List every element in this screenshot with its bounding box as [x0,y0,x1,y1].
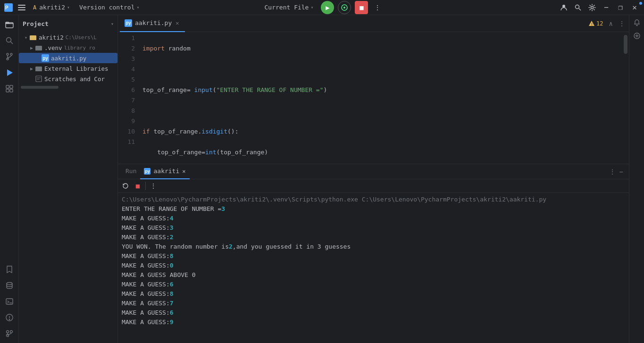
ai-btn[interactable] [631,30,643,42]
version-control-label: Version control [79,4,134,11]
editor-scrollbar[interactable] [622,32,629,164]
tree-label-root: akriti2 [39,34,64,41]
run-tab-more-btn[interactable]: ⋮ [607,167,618,176]
rerun-btn[interactable] [120,180,131,192]
close-button[interactable]: ✕ [629,2,640,13]
sidebar-scrollbar[interactable] [19,86,117,89]
folder-icon-root [29,33,37,41]
svg-point-8 [576,5,579,8]
code-line-6: top_of_range=int(top_of_range) [142,147,622,158]
terminal-line-guess3: MAKE A GUESS:2 [122,233,625,242]
terminal-line-guess2: MAKE A GUESS:3 [122,223,625,233]
icon-warning[interactable] [2,310,17,325]
icon-terminal2[interactable] [2,294,17,309]
version-control-arrow-icon: ▾ [136,5,139,10]
run-button[interactable]: ▶ [321,1,334,14]
project-name-label: akriti2 [39,4,65,11]
current-file-btn[interactable]: Current File ▾ [261,3,318,12]
project-arrow-icon: ▾ [67,5,70,10]
code-line-2 [142,64,622,75]
tree-item-root[interactable]: ▾ akriti2 C:\Users\L [19,32,117,42]
icon-plugins[interactable] [2,81,17,96]
code-content[interactable]: import random top_of_range= input("ENTER… [139,32,622,164]
tab-warning-indicator[interactable]: ! 12 [586,19,605,28]
settings-icon[interactable] [586,2,598,13]
icon-git[interactable] [2,49,17,64]
debug-button[interactable] [338,1,351,14]
tree-label-aakriti: aakriti.py [51,55,86,62]
sidebar-title-arrow: ▾ [111,21,114,26]
svg-rect-3 [18,7,25,8]
svg-line-13 [10,42,13,44]
code-line-5: if top_of_range.isdigit(): [142,126,622,137]
run-tab-minimize-btn[interactable]: − [618,167,625,176]
tab-more-btn[interactable]: ⋮ [617,19,627,28]
svg-rect-37 [35,67,42,71]
terminal-line-guess4: MAKE A GUESS:8 [122,251,625,261]
tab-expand-btn[interactable]: ∧ [607,19,615,28]
icon-bookmark[interactable] [2,262,17,277]
more-run-btn[interactable]: ⋮ [148,180,159,192]
run-tab-icon: py [144,168,151,175]
python-file-icon: py [42,54,49,62]
terminal-line-path: C:\Users\Lenovo\PycharmProjects\akriti2\… [122,195,625,204]
svg-point-14 [7,53,8,55]
tree-item-venv[interactable]: ▶ .venv library ro [19,42,117,53]
version-control-btn[interactable]: Version control ▾ [76,3,142,12]
toolbar-separator [145,182,146,190]
svg-point-16 [10,53,12,55]
app-icon[interactable]: P [4,3,13,12]
sidebar-header: Project ▾ [19,15,117,32]
user-icon[interactable] [558,2,569,13]
run-tab-bar: Run py aakriti ✕ ⋮ − [118,164,629,179]
stop-run-btn[interactable]: ■ [132,180,143,192]
svg-text:!: ! [591,23,593,26]
hamburger-icon[interactable] [17,3,26,12]
bottom-panel: Run py aakriti ✕ ⋮ − [118,164,629,343]
svg-rect-33 [30,36,36,40]
tree-item-aakriti[interactable]: py aakriti.py [19,53,117,63]
main-content: Project ▾ ▾ akriti2 C:\Users\L ▶ [0,15,644,343]
icon-folder[interactable] [2,17,17,32]
icon-search[interactable] [2,33,17,48]
run-tab-aakriti[interactable]: py aakriti ✕ [140,164,189,179]
svg-point-10 [591,6,594,8]
svg-rect-20 [10,85,13,88]
scratch-icon [35,75,42,83]
terminal-output[interactable]: C:\Users\Lenovo\PycharmProjects\akriti2\… [118,193,629,343]
icon-database[interactable] [2,278,17,293]
svg-point-23 [7,283,12,285]
minimize-button[interactable]: − [601,2,612,13]
run-tab-run[interactable]: Run [122,164,140,179]
tab-bar-actions: ! 12 ∧ ⋮ [586,19,627,28]
current-file-label: Current File [265,4,309,11]
project-name-btn[interactable]: A akriti2 ▾ [30,3,73,12]
tree-label-venv: .venv [44,44,62,51]
terminal-line-guess5: MAKE A GUESS:0 [122,261,625,270]
svg-text:P: P [5,5,8,10]
svg-rect-35 [35,47,42,50]
notification-btn[interactable] [631,17,643,28]
stop-button[interactable]: ■ [355,1,368,14]
tab-aakriti[interactable]: py aakriti.py ✕ [120,15,185,32]
sidebar-title: Project [23,20,109,27]
run-tab-close-btn[interactable]: ✕ [182,168,185,175]
icon-run[interactable] [2,65,17,80]
icon-bar [0,15,19,343]
editor-area: py aakriti.py ✕ ! 12 ∧ ⋮ [118,15,629,343]
tree-item-scratches[interactable]: Scratches and Cor [19,74,117,84]
tab-close-btn[interactable]: ✕ [175,19,180,27]
title-bar-right: − ❐ ✕ [383,2,640,13]
warning-count: 12 [596,20,603,27]
terminal-line-guess1: MAKE A GUESS:4 [122,214,625,223]
terminal-line-guess10: MAKE A GUESS:9 [122,318,625,327]
restore-button[interactable]: ❐ [615,2,626,13]
svg-point-6 [343,7,345,8]
tree-label-ext: External Libraries [44,65,108,72]
tree-item-external-libs[interactable]: ▶ External Libraries [19,63,117,74]
icon-git-branch[interactable] [2,326,17,341]
search-icon[interactable] [572,2,584,13]
terminal-line-guess7: MAKE A GUESS:8 [122,289,625,299]
more-actions-icon[interactable]: ⋮ [372,2,383,13]
svg-marker-18 [7,69,13,76]
